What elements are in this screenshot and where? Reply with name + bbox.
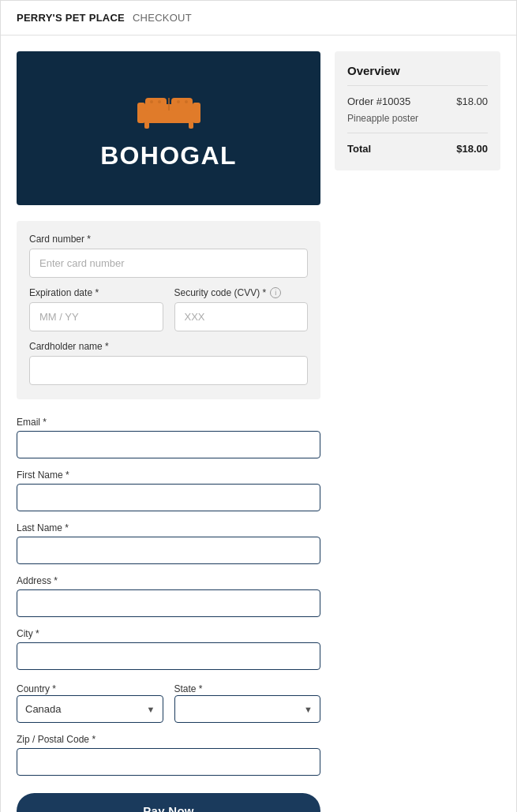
svg-point-10 [177, 100, 180, 103]
first-name-label: First Name * [17, 470, 320, 481]
city-label: City * [17, 628, 320, 639]
address-label: Address * [17, 575, 320, 586]
email-label: Email * [17, 417, 320, 428]
cvv-label: Security code (CVV) * [174, 287, 267, 298]
svg-rect-1 [145, 98, 167, 110]
card-section: Card number * Expiration date * Security… [17, 221, 320, 399]
last-name-input[interactable] [17, 537, 320, 564]
zip-label: Zip / Postal Code * [17, 734, 320, 745]
cvv-group: Security code (CVV) * i [174, 287, 309, 331]
svg-point-9 [158, 100, 161, 103]
main-content: BOHOGAL Card number * Expiration date * [1, 36, 516, 812]
brand-logo-text: BOHOGAL [100, 141, 237, 170]
email-input[interactable] [17, 431, 320, 458]
country-select[interactable]: Canada United States United Kingdom Aust… [17, 695, 163, 723]
state-label: State * [174, 683, 203, 694]
cardholder-group: Cardholder name * [29, 341, 308, 385]
expiry-cvv-row: Expiration date * Security code (CVV) * … [29, 287, 308, 331]
page-wrapper: PERRY'S PET PLACE CHECKOUT [0, 0, 517, 812]
address-field: Address * [17, 575, 320, 617]
first-name-input[interactable] [17, 484, 320, 511]
svg-rect-7 [189, 122, 193, 129]
country-label: Country * [17, 683, 56, 694]
expiry-input[interactable] [29, 302, 163, 331]
svg-rect-5 [193, 103, 200, 123]
overview-title: Overview [347, 64, 488, 77]
country-state-row: Country * Canada United States United Ki… [17, 681, 320, 723]
card-number-field: Card number * [29, 234, 308, 278]
state-select[interactable]: Alberta British Columbia Ontario Quebec [174, 695, 321, 723]
city-field: City * [17, 628, 320, 670]
checkout-label: CHECKOUT [133, 12, 192, 24]
overview-order-label: Order #10035 [347, 95, 410, 107]
address-input[interactable] [17, 589, 320, 617]
svg-point-8 [150, 100, 153, 103]
overview-order-row: Order #10035 $18.00 [347, 92, 488, 110]
overview-product-name: Pineapple poster [347, 110, 488, 126]
overview-order-amount: $18.00 [456, 95, 488, 107]
pay-now-button[interactable]: Pay Now [17, 793, 320, 812]
zip-input[interactable] [17, 748, 320, 776]
cvv-label-row: Security code (CVV) * i [174, 287, 309, 298]
page-header: PERRY'S PET PLACE CHECKOUT [1, 1, 516, 36]
country-select-wrapper: Canada United States United Kingdom Aust… [17, 695, 163, 723]
cardholder-label: Cardholder name * [29, 341, 308, 352]
overview-divider-2 [347, 133, 488, 133]
overview-total-row: Total $18.00 [347, 140, 488, 158]
expiry-label: Expiration date * [29, 287, 163, 298]
form-section: Email * First Name * Last Name * Address… [17, 417, 320, 812]
overview-panel: Overview Order #10035 $18.00 Pineapple p… [335, 51, 500, 170]
overview-divider-1 [347, 85, 488, 86]
state-select-wrapper: Alberta British Columbia Ontario Quebec … [174, 695, 321, 723]
svg-rect-2 [171, 98, 193, 110]
state-group: State * Alberta British Columbia Ontario… [174, 681, 321, 723]
svg-rect-4 [137, 103, 145, 123]
overview-total-label: Total [347, 143, 371, 155]
last-name-label: Last Name * [17, 522, 320, 533]
left-column: BOHOGAL Card number * Expiration date * [17, 51, 320, 812]
country-group: Country * Canada United States United Ki… [17, 681, 163, 723]
sofa-icon [129, 87, 208, 133]
svg-rect-6 [144, 122, 149, 129]
cvv-input[interactable] [174, 302, 309, 331]
email-field: Email * [17, 417, 320, 458]
first-name-field: First Name * [17, 470, 320, 511]
info-icon[interactable]: i [270, 287, 281, 298]
card-number-label: Card number * [29, 234, 308, 245]
zip-field: Zip / Postal Code * [17, 734, 320, 776]
overview-total-amount: $18.00 [456, 143, 488, 155]
card-number-input[interactable] [29, 249, 308, 278]
brand-name: PERRY'S PET PLACE [17, 12, 125, 24]
last-name-field: Last Name * [17, 522, 320, 564]
city-input[interactable] [17, 642, 320, 670]
right-column: Overview Order #10035 $18.00 Pineapple p… [335, 51, 500, 170]
logo-banner: BOHOGAL [17, 51, 320, 205]
expiry-group: Expiration date * [29, 287, 163, 331]
svg-point-11 [185, 100, 188, 103]
cardholder-input[interactable] [29, 356, 308, 385]
